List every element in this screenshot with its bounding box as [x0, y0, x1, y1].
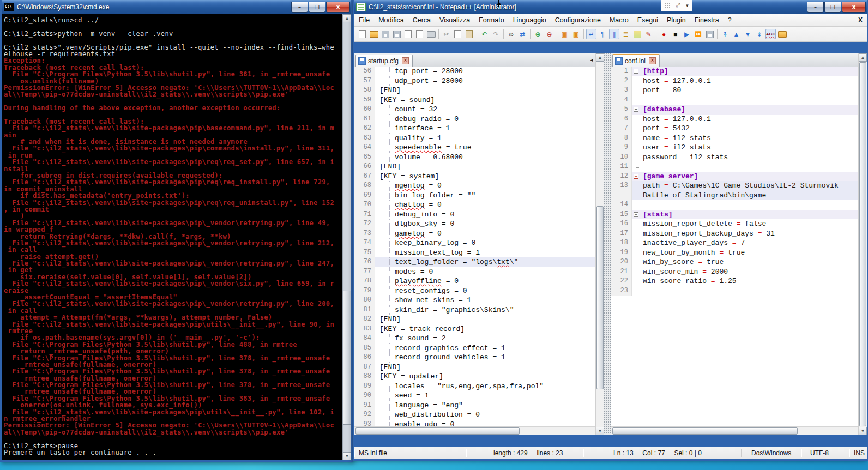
scroll-up-icon[interactable]: ▲: [596, 53, 604, 62]
code-line[interactable]: 78playoffline = 0: [354, 276, 595, 286]
code-line[interactable]: 18inactive_player_days = 7: [611, 238, 858, 248]
fold-margin[interactable]: [632, 200, 641, 210]
zoom-out-icon[interactable]: ⊖: [544, 29, 554, 39]
status-encoding[interactable]: UTF-8: [801, 449, 849, 457]
close-all-icon[interactable]: [414, 29, 425, 39]
fold-margin[interactable]: −: [632, 67, 641, 76]
show-all-characters-icon[interactable]: ¶: [598, 29, 608, 39]
code-line[interactable]: 15−[stats]: [611, 210, 858, 220]
left-hscrollbar[interactable]: [354, 426, 595, 435]
menu-formato[interactable]: Formato: [474, 15, 509, 25]
copy-icon[interactable]: [453, 29, 463, 39]
code-line[interactable]: 8name = il2_stats: [611, 134, 858, 143]
menu-finestra[interactable]: Finestra: [690, 15, 724, 25]
menu-macro[interactable]: Macro: [605, 15, 633, 25]
capture-overlay-toolbar[interactable]: ⤢ ▼: [661, 0, 692, 11]
fold-margin[interactable]: [632, 134, 641, 143]
document-switcher-icon[interactable]: ✎: [643, 29, 654, 39]
macro-run-multiple-icon[interactable]: ⏩: [693, 29, 703, 39]
indent-guide-icon[interactable]: ∥: [609, 29, 619, 39]
code-line[interactable]: 90seed = 1: [354, 391, 595, 401]
project-panel-icon[interactable]: [777, 29, 787, 39]
nav-last-icon[interactable]: ↡: [754, 29, 764, 39]
code-line[interactable]: 12−[game_server]: [611, 172, 858, 182]
scroll-up-icon[interactable]: ▲: [343, 14, 351, 22]
code-line[interactable]: 83[KEY = track_record]: [354, 324, 595, 334]
menu-visualizza[interactable]: Visualizza: [435, 15, 474, 25]
fold-margin[interactable]: [632, 124, 641, 134]
cmd-scrollbar[interactable]: ▲ ▼: [342, 14, 351, 460]
code-line[interactable]: 16mission_report_delete = false: [611, 219, 858, 229]
fold-margin[interactable]: −: [632, 172, 641, 182]
code-line[interactable]: 82[END]: [354, 315, 595, 324]
fold-margin[interactable]: [632, 143, 641, 153]
code-line[interactable]: Battle of Stalingrad\bin\game: [611, 191, 858, 201]
code-line[interactable]: 58[END]: [354, 86, 595, 95]
menu-plugin[interactable]: Plugin: [662, 15, 690, 25]
menu-configurazione[interactable]: Configurazione: [551, 15, 605, 25]
cmd-restore-button[interactable]: ❐: [309, 2, 326, 13]
code-line[interactable]: 9user = il2_stats: [611, 143, 858, 153]
fold-margin[interactable]: −: [632, 210, 641, 220]
fold-margin[interactable]: [632, 229, 641, 239]
code-line[interactable]: 61debug_radio = 0: [354, 115, 595, 124]
save-icon[interactable]: [380, 29, 390, 39]
code-line[interactable]: 10password = il2_stats: [611, 153, 858, 162]
fold-margin[interactable]: [632, 95, 641, 105]
cmd-scrollbar-thumb[interactable]: [343, 291, 351, 424]
menu-file[interactable]: File: [354, 15, 374, 25]
code-line[interactable]: 69bin_log_folder = "": [354, 191, 595, 201]
code-line[interactable]: 71debug_info = 0: [354, 210, 595, 220]
scroll-up-icon[interactable]: ▲: [859, 53, 867, 62]
chevron-down-icon[interactable]: ▼: [685, 3, 690, 8]
code-line[interactable]: 68mgenlog = 0: [354, 181, 595, 191]
fold-margin[interactable]: [632, 86, 641, 95]
right-vscrollbar-thumb[interactable]: [859, 62, 866, 426]
code-line[interactable]: 19new_tour_by_month = true: [611, 248, 858, 258]
fold-margin[interactable]: [632, 286, 641, 296]
macro-play-icon[interactable]: ▶: [682, 29, 692, 39]
fold-margin[interactable]: [632, 267, 641, 277]
tab-close-icon[interactable]: ×: [649, 57, 656, 64]
pane-splitter[interactable]: [604, 53, 611, 435]
code-line[interactable]: 73gamelog = 0: [354, 229, 595, 239]
print-icon[interactable]: [426, 29, 436, 39]
code-line[interactable]: 14: [611, 200, 858, 210]
fold-margin[interactable]: [632, 162, 641, 172]
code-line[interactable]: 4: [611, 95, 858, 105]
fold-margin[interactable]: [632, 276, 641, 286]
right-vscrollbar[interactable]: ▲ ▼: [858, 53, 867, 435]
code-line[interactable]: 5−[database]: [611, 105, 858, 115]
cut-icon[interactable]: ✂: [441, 29, 451, 39]
scroll-down-icon[interactable]: ▼: [596, 427, 604, 435]
code-line[interactable]: 85record_graphics_effect = 1: [354, 344, 595, 353]
npp-minimize-button[interactable]: –: [807, 2, 824, 13]
code-line[interactable]: 6host = 127.0.0.1: [611, 115, 858, 124]
npp-close-button[interactable]: X: [842, 2, 866, 13]
code-line[interactable]: 76text_log_folder = "logs\txt\": [354, 257, 595, 267]
code-line[interactable]: 7port = 5432: [611, 124, 858, 134]
cmd-minimize-button[interactable]: –: [291, 2, 308, 13]
code-line[interactable]: 72dlgbox_sky = 0: [354, 219, 595, 229]
fold-margin[interactable]: [632, 115, 641, 124]
code-line[interactable]: 89locales = "rus,eng,ger,spa,fra,pol": [354, 382, 595, 391]
menu-linguaggio[interactable]: Linguaggio: [509, 15, 551, 25]
code-line[interactable]: 65volume = 0.68000: [354, 153, 595, 162]
left-code-area[interactable]: 56tcp_port = 2800057udp_port = 2800058[E…: [354, 67, 595, 427]
word-wrap-icon[interactable]: ↵: [586, 29, 596, 39]
scroll-down-icon[interactable]: ▼: [859, 427, 867, 435]
code-line[interactable]: 77modes = 0: [354, 267, 595, 277]
npp-maximize-button[interactable]: ❐: [824, 2, 841, 13]
tab-conf-ini[interactable]: conf.ini ×: [612, 54, 660, 67]
macro-stop-icon[interactable]: ■: [670, 29, 680, 39]
code-line[interactable]: 86record_ground_vehicles = 1: [354, 353, 595, 363]
code-line[interactable]: 67[KEY = system]: [354, 172, 595, 182]
code-line[interactable]: 63quality = 1: [354, 134, 595, 143]
nav-previous-icon[interactable]: ▲: [731, 29, 742, 39]
fold-collapse-icon[interactable]: −: [634, 107, 638, 112]
code-line[interactable]: 75mission_text_log = 1: [354, 248, 595, 258]
code-line[interactable]: 56tcp_port = 28000: [354, 67, 595, 76]
code-line[interactable]: 64speedenable = true: [354, 143, 595, 153]
code-line[interactable]: 17mission_report_backup_days = 31: [611, 229, 858, 239]
code-line[interactable]: 81skin_dir = "graphics\Skins\": [354, 305, 595, 315]
